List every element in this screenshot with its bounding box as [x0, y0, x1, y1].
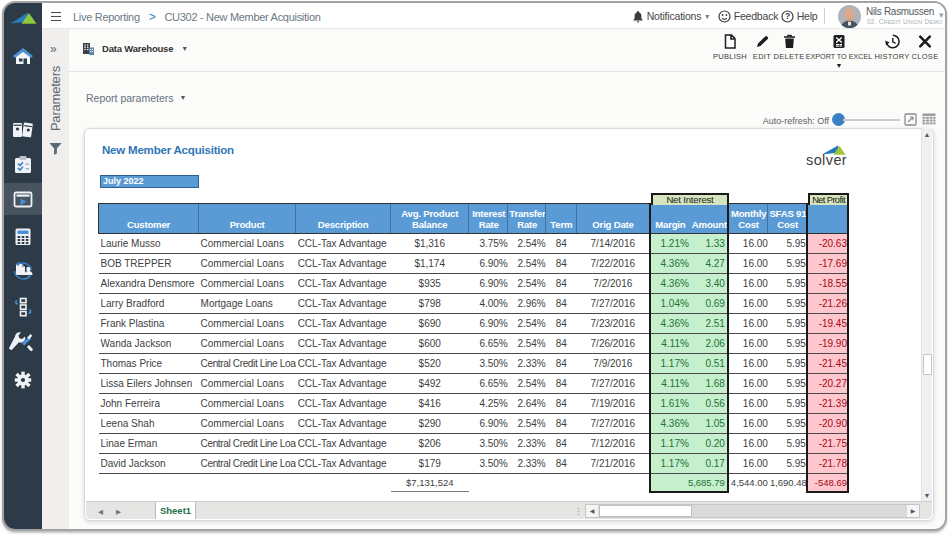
svg-text:?: ?	[785, 11, 790, 21]
svg-text:solver: solver	[806, 152, 847, 166]
